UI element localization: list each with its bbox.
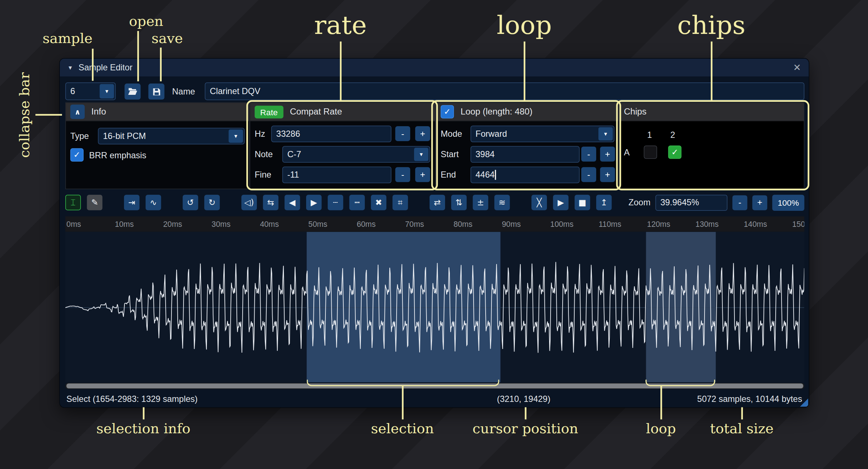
chevron-down-icon[interactable]: ▼ [598,127,613,140]
ruler-tick: 150ms [792,220,804,228]
info-panel-header: ∧ Info [66,103,249,121]
ruler-tick: 110ms [599,220,621,228]
resample-icon[interactable]: ∿ [146,195,161,210]
open-button[interactable] [124,84,140,100]
chip-a2-checkbox[interactable]: ✓ [668,146,681,159]
redo-icon[interactable]: ↻ [204,195,220,210]
invert-icon[interactable]: ⇅ [451,195,467,210]
name-value: Clarinet DQV [210,86,261,96]
horizontal-scrollbar[interactable] [65,383,804,389]
open-folder-icon [127,86,138,97]
end-label: End [441,170,456,180]
preview-icon[interactable]: ▶ [553,195,568,210]
annotation-selection: selection [319,420,485,437]
ruler-tick: 140ms [744,220,767,228]
resize-icon[interactable]: ⇥ [124,195,139,210]
info-panel-title: Info [91,107,106,117]
hz-decrease-button[interactable]: - [395,126,410,141]
chip-column-1-label: 1 [647,130,652,140]
window-collapse-icon[interactable]: ▼ [67,65,73,71]
fine-decrease-button[interactable]: - [395,167,410,182]
annotation-open: open [102,13,190,29]
loop-end-input[interactable]: 4464 [471,167,580,183]
type-label: Type [70,131,89,141]
apply-silence-icon[interactable]: ┉ [349,195,364,210]
rate-button[interactable]: Rate [255,105,283,118]
delete-icon[interactable]: ✖ [371,195,386,210]
check-icon: ✓ [444,107,451,117]
zoom-reset-button[interactable]: 100% [772,194,805,210]
annotation-total-size: total size [659,420,825,437]
annotation-loop-bottom: loop [578,420,744,437]
zoom-out-button[interactable]: - [732,195,747,210]
waveform-canvas[interactable] [65,232,804,383]
loop-end-decrease-button[interactable]: - [581,167,596,182]
ruler-tick: 120ms [647,220,670,228]
scrollbar-thumb[interactable] [66,383,803,388]
zoom-controls: Zoom 39.9645% - + 100% [629,194,805,210]
hz-value: 33286 [276,129,300,139]
titlebar[interactable]: ▼ Sample Editor ✕ [60,59,809,77]
type-select[interactable]: 16-bit PCM ▼ [98,128,245,144]
zoom-input[interactable]: 39.9645% [655,194,727,210]
loop-mode-select[interactable]: Forward ▼ [471,125,614,142]
undo-icon[interactable]: ↺ [183,195,198,210]
name-input[interactable]: Clarinet DQV [205,82,804,100]
hz-label: Hz [255,129,265,139]
note-value: C-7 [287,150,301,159]
fade-out-icon[interactable]: ▶ [306,195,321,210]
draw-tool-icon[interactable]: ✎ [87,195,102,210]
loop-enable-checkbox[interactable]: ✓ [441,105,454,118]
ruler-tick: 130ms [695,220,719,228]
amplify-icon[interactable]: ◁) [242,195,257,210]
zoom-in-button[interactable]: + [752,195,767,210]
chevron-down-icon[interactable]: ▼ [414,148,428,161]
loop-start-increase-button[interactable]: + [600,147,615,162]
insert-silence-icon[interactable]: ┄ [328,195,343,210]
loop-mode-value: Forward [475,129,507,139]
chip-a1-checkbox[interactable] [644,146,657,159]
timeline-ruler: 0ms10ms20ms30ms40ms50ms60ms70ms80ms90ms1… [65,216,804,232]
stop-preview-icon[interactable]: ■ [575,195,590,210]
chevron-down-icon[interactable]: ▼ [229,129,243,143]
save-button[interactable] [148,84,165,100]
fine-input[interactable]: -11 [282,167,391,183]
upload-icon[interactable]: ↥ [596,195,612,210]
normalize-icon[interactable]: ⇆ [263,195,278,210]
loop-start-decrease-button[interactable]: - [581,147,596,162]
annotation-line [143,407,144,419]
collapse-bar-button[interactable]: ∧ [70,105,85,119]
fade-in-icon[interactable]: ◀ [285,195,300,210]
select-tool-icon[interactable]: ⌶ [65,195,81,210]
sign-invert-icon[interactable]: ± [473,195,488,210]
fine-increase-button[interactable]: + [415,167,430,182]
close-button[interactable]: ✕ [793,62,801,73]
brr-emphasis-checkbox[interactable]: ✓ [70,148,84,162]
filter-icon[interactable]: ≋ [494,195,510,210]
annotation-line [35,114,62,116]
cursor-position-text: (3210, 19429) [497,394,550,404]
reverse-icon[interactable]: ⇄ [429,195,445,210]
rate-panel-title: Compat Rate [290,107,342,117]
ruler-tick: 80ms [454,220,472,228]
chips-panel: Chips 1 2 A ✓ [619,102,804,189]
hz-input[interactable]: 33286 [271,125,391,142]
mode-label: Mode [441,129,462,139]
trim-icon[interactable]: ⌗ [393,195,408,210]
chevron-down-icon[interactable]: ▼ [100,84,114,98]
loop-end-increase-button[interactable]: + [600,167,615,182]
type-value: 16-bit PCM [103,131,146,141]
ruler-tick: 20ms [163,220,182,228]
hz-increase-button[interactable]: + [415,126,430,141]
note-select[interactable]: C-7 ▼ [282,146,430,163]
note-label: Note [255,150,273,159]
save-floppy-icon [151,86,161,96]
annotation-selection-info: selection info [60,420,226,437]
sample-number-select[interactable]: 6 ▼ [65,82,116,100]
toolbar-buttons: ⌶✎⇥∿↺↻◁)⇆◀▶┄┉✖⌗⇄⇅±≋╳▶■↥ [65,195,612,210]
loop-start-input[interactable]: 3984 [471,146,580,163]
ruler-tick: 0ms [66,220,81,228]
crossfade-icon[interactable]: ╳ [532,195,547,210]
annotation-rate: rate [258,10,424,40]
rate-panel-header: Rate Compat Rate [250,103,435,121]
